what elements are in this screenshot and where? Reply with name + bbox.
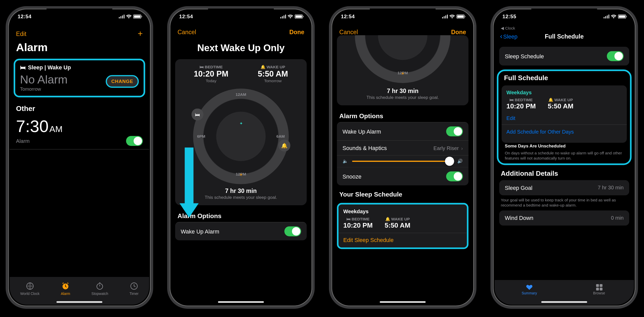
- tab-label: Alarm: [61, 292, 70, 296]
- wake-alarm-row: Wake Up Alarm: [337, 122, 469, 140]
- wake-alarm-toggle[interactable]: [446, 126, 463, 136]
- edit-sleep-schedule-link[interactable]: Edit Sleep Schedule: [343, 233, 462, 247]
- sleep-goal-msg: This schedule meets your sleep goal.: [341, 95, 464, 100]
- tab-label: Timer: [129, 292, 138, 296]
- weekdays-schedule-card[interactable]: Weekdays 🛏BEDTIME10:20 PM 🔔WAKE UP5:50 A…: [502, 85, 627, 142]
- cellular-icon: [603, 14, 609, 18]
- bed-icon: 🛏: [200, 65, 204, 69]
- tab-stopwatch[interactable]: Stopwatch: [92, 282, 108, 295]
- status-time: 12:54: [18, 13, 32, 19]
- chevron-right-icon: ›: [461, 145, 463, 151]
- bed-icon: 🛏: [195, 111, 200, 117]
- cancel-button[interactable]: Cancel: [339, 29, 358, 35]
- phone-2-next-wakeup: 12:54➤ Cancel Done Next Wake Up Only 🛏BE…: [167, 6, 315, 309]
- screen-title: Alarm: [10, 40, 149, 57]
- cancel-button[interactable]: Cancel: [178, 29, 196, 35]
- sleep-section-label: Sleep | Wake Up: [28, 64, 71, 71]
- tomorrow-label: Tomorrow: [20, 86, 68, 92]
- alarm-time-row[interactable]: 7:30 AM: [10, 115, 149, 136]
- weekdays-label: Weekdays: [343, 208, 462, 214]
- breadcrumb[interactable]: ◀︎ Clock: [494, 26, 634, 31]
- home-indicator[interactable]: [218, 301, 264, 303]
- wake-alarm-label: Wake Up Alarm: [342, 128, 381, 135]
- sounds-haptics-row[interactable]: Sounds & Haptics Early Riser›: [337, 140, 469, 155]
- edit-button[interactable]: Edit: [16, 30, 26, 37]
- bedtime-sub: Today: [194, 79, 228, 83]
- sparkle-icon: ✦: [239, 121, 243, 126]
- home-indicator[interactable]: [57, 301, 102, 303]
- sleep-goal-label: Sleep Goal: [505, 184, 532, 191]
- home-indicator[interactable]: [380, 301, 425, 303]
- bedtime-value: 10:20 PM: [343, 222, 372, 230]
- battery-icon: [618, 14, 626, 18]
- notch: [47, 8, 112, 19]
- tab-alarm[interactable]: Alarm: [61, 282, 70, 295]
- add-alarm-button[interactable]: +: [138, 29, 143, 39]
- done-button[interactable]: Done: [451, 29, 466, 35]
- sleep-wake-card[interactable]: 🛏 Sleep | Wake Up No Alarm Tomorrow CHAN…: [14, 59, 145, 97]
- phone-4-full-schedule: 12:55➤ ◀︎ Clock ‹Sleep Full Schedule Sle…: [490, 6, 638, 309]
- notch: [208, 8, 274, 19]
- wake-alarm-toggle[interactable]: [284, 226, 301, 236]
- alarm-toggle[interactable]: [126, 136, 143, 146]
- sleep-goal-value: 7 hr 30 min: [598, 184, 624, 190]
- snooze-row: Snooze: [337, 167, 469, 185]
- screen-title: Next Wake Up Only: [171, 37, 311, 58]
- cellular-icon: [119, 14, 124, 18]
- other-section-header: Other: [10, 99, 149, 115]
- bedtime-knob[interactable]: 🛏: [192, 108, 204, 120]
- wakeup-label: 🔔WAKE UP: [384, 217, 410, 221]
- tab-label: Summary: [522, 291, 537, 295]
- wind-down-row[interactable]: Wind Down 0 min: [499, 210, 629, 225]
- tab-label: Stopwatch: [92, 292, 108, 296]
- volume-slider[interactable]: [352, 161, 453, 162]
- tab-world-clock[interactable]: World Clock: [20, 282, 40, 295]
- sleep-schedule-toggle[interactable]: [607, 51, 624, 61]
- wake-alarm-label: Wake Up Alarm: [181, 228, 219, 235]
- wakeup-label: 🔔WAKE UP: [548, 98, 574, 102]
- alarm-time-value: 7:30: [16, 117, 49, 136]
- sleep-dial-partial[interactable]: 12PM ☀︎: [355, 35, 450, 83]
- wind-down-value: 0 min: [611, 215, 623, 221]
- phone-3-alarm-options: 12:54➤ Cancel Done 12PM ☀︎ 7 hr 30 min T…: [329, 6, 477, 309]
- change-button[interactable]: CHANGE: [106, 75, 139, 88]
- full-schedule-highlight: Full Schedule Weekdays 🛏BEDTIME10:20 PM …: [497, 69, 632, 165]
- tab-label: Browse: [593, 291, 605, 295]
- bedtime-value: 10:20 PM: [506, 102, 536, 110]
- snooze-toggle[interactable]: [446, 171, 463, 181]
- cellular-icon: [280, 14, 286, 18]
- tab-timer[interactable]: Timer: [129, 282, 138, 295]
- home-indicator[interactable]: [541, 301, 587, 303]
- bell-icon: 🔔: [261, 65, 266, 69]
- schedule-card: 12PM ☀︎ 7 hr 30 min This schedule meets …: [337, 35, 469, 105]
- tab-summary[interactable]: Summary: [494, 280, 564, 299]
- tab-browse[interactable]: Browse: [564, 280, 634, 299]
- unscheduled-note: On days without a schedule no wake up al…: [498, 148, 630, 161]
- notch: [370, 8, 436, 19]
- sounds-value: Early Riser: [433, 145, 459, 151]
- weekdays-label: Weekdays: [506, 89, 622, 95]
- alarm-time-ampm: AM: [49, 124, 62, 134]
- done-button[interactable]: Done: [289, 29, 304, 35]
- add-schedule-link[interactable]: Add Schedule for Other Days: [506, 125, 622, 138]
- sounds-label: Sounds & Haptics: [342, 145, 387, 151]
- wakeup-knob[interactable]: 🔔: [279, 139, 291, 152]
- sleep-dial[interactable]: ✦ 12AM 6AM 12PM 6PM ☀︎ 🛏 🔔: [193, 89, 289, 184]
- no-alarm-text: No Alarm: [20, 71, 68, 86]
- alarm-options-header: Alarm Options: [333, 107, 472, 122]
- wakeup-value: 5:50 AM: [548, 102, 574, 110]
- sleep-goal-row[interactable]: Sleep Goal 7 hr 30 min: [499, 180, 629, 195]
- edit-schedule-link[interactable]: Edit: [506, 115, 622, 121]
- bedtime-label: 🛏BEDTIME: [194, 65, 228, 69]
- tab-label: World Clock: [20, 292, 40, 296]
- sleep-section-header: 🛏 Sleep | Wake Up: [20, 64, 139, 71]
- schedule-summary-card: Weekdays 🛏BEDTIME10:20 PM 🔔WAKE UP5:50 A…: [337, 203, 469, 249]
- bed-icon: 🛏: [346, 217, 351, 221]
- svg-point-2: [97, 283, 103, 289]
- notch: [531, 8, 597, 19]
- wifi-icon: [288, 14, 293, 18]
- speaker-low-icon: 🔈: [342, 159, 348, 164]
- grid-icon: [596, 284, 602, 291]
- tab-bar: World Clock Alarm Stopwatch Timer: [10, 277, 149, 305]
- battery-icon: [457, 14, 464, 18]
